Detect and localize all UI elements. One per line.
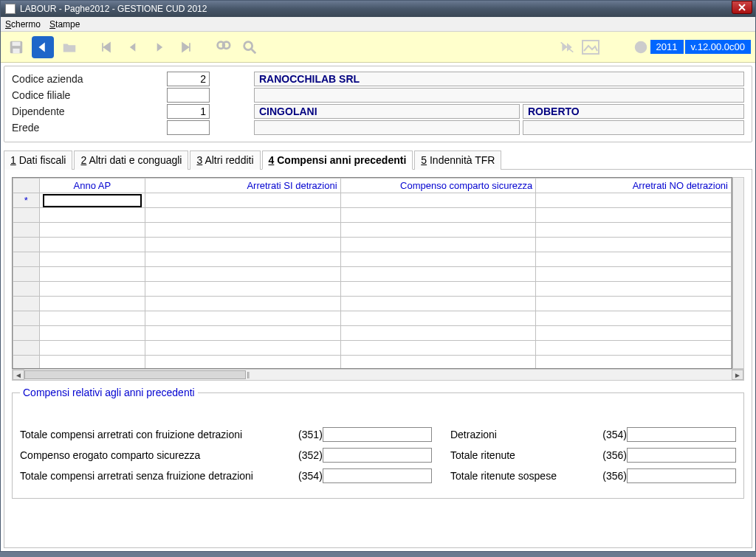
image-icon[interactable] [580,36,602,58]
col-arretrati-no[interactable]: Arretrati NO detrazioni [536,179,732,193]
row-header[interactable] [13,267,40,282]
grid-cell[interactable] [340,252,536,267]
row-header[interactable] [13,297,40,311]
grid-cell[interactable] [340,341,536,356]
grid-vscroll[interactable] [732,177,744,369]
row-header[interactable] [13,311,40,326]
tab-dati-fiscali[interactable]: 1 Dati fiscali [4,151,72,170]
erede-input[interactable] [167,120,210,135]
grid-cell[interactable] [340,311,536,326]
grid[interactable]: Anno AP Arretrati SI detrazioni Compenso… [12,177,732,369]
grid-cell[interactable] [536,341,732,356]
tab-indennita-tfr[interactable]: 5 Indennità TFR [414,151,501,170]
tab-compensi-precedenti[interactable]: 4 Compensi anni precedenti [262,151,413,170]
first-icon[interactable] [95,36,117,58]
grid-cell[interactable] [536,223,732,238]
row-header[interactable] [13,341,40,356]
grid-cell[interactable] [340,223,536,238]
last-icon[interactable] [175,36,197,58]
grid-cell[interactable] [145,297,340,311]
grid-cell[interactable] [536,282,732,297]
menu-stampe[interactable]: Stampe [49,19,80,30]
grid-cell[interactable] [340,238,536,252]
scroll-left-icon[interactable]: ◄ [13,370,24,380]
dipendente-input[interactable] [167,104,210,119]
row-header[interactable] [13,252,40,267]
grid-cell[interactable] [145,223,340,238]
grid-cell[interactable] [536,326,732,341]
grid-cell[interactable] [145,356,340,370]
tot-row1-input2[interactable] [627,427,736,442]
codice-azienda-input[interactable] [167,72,210,86]
folder-icon[interactable] [58,36,80,58]
grid-cell[interactable] [39,311,145,326]
grid-cell[interactable] [39,297,145,311]
grid-cell[interactable] [39,193,145,208]
grid-cell[interactable] [536,193,732,208]
codice-filiale-input[interactable] [167,88,210,103]
grid-cell[interactable] [145,282,340,297]
back-icon[interactable] [32,36,54,58]
grid-cell[interactable] [39,341,145,356]
tot-row3-input2[interactable] [627,468,736,483]
grid-cell[interactable] [536,238,732,252]
grid-cell[interactable] [145,311,340,326]
grid-cell[interactable] [145,193,340,208]
tot-row2-input[interactable] [323,448,432,463]
grid-cell[interactable] [39,282,145,297]
grid-cell[interactable] [340,326,536,341]
grid-cell[interactable] [39,252,145,267]
grid-cell[interactable] [536,311,732,326]
tab-altri-redditi[interactable]: 3 Altri redditi [190,151,260,170]
row-header[interactable]: * [13,193,40,208]
grid-cell[interactable] [145,267,340,282]
grid-cell[interactable] [340,208,536,223]
grid-cell[interactable] [145,238,340,252]
tot-row1-input[interactable] [323,427,432,442]
scroll-right-icon[interactable]: ► [732,370,743,380]
tot-row2-input2[interactable] [627,448,736,463]
save-icon[interactable] [5,36,27,58]
grid-cell[interactable] [39,356,145,370]
grid-cell[interactable] [39,267,145,282]
grid-cell[interactable] [340,193,536,208]
grid-cell[interactable] [39,223,145,238]
grid-cell[interactable] [39,238,145,252]
skip-icon[interactable] [556,36,578,58]
prev-icon[interactable] [122,36,144,58]
grid-cell[interactable] [536,297,732,311]
grid-cell[interactable] [536,208,732,223]
grid-edit-input[interactable] [43,194,142,207]
menu-schermo[interactable]: SSchermochermo [5,19,41,30]
tot-row3-input[interactable] [323,468,432,483]
scroll-thumb[interactable] [24,370,246,379]
grid-cell[interactable] [39,208,145,223]
row-header[interactable] [13,208,40,223]
close-button[interactable] [732,1,752,14]
col-anno[interactable]: Anno AP [39,179,145,193]
row-header[interactable] [13,326,40,341]
grid-cell[interactable] [536,267,732,282]
row-header[interactable] [13,238,40,252]
grid-cell[interactable] [340,267,536,282]
grid-cell[interactable] [39,326,145,341]
row-header[interactable] [13,223,40,238]
tab-altri-dati[interactable]: 2 Altri dati e conguagli [74,151,188,170]
grid-cell[interactable] [536,252,732,267]
zoom-icon[interactable] [238,36,261,58]
search-icon[interactable] [212,36,234,58]
grid-cell[interactable] [536,356,732,370]
grid-cell[interactable] [145,341,340,356]
grid-cell[interactable] [145,326,340,341]
grid-cell[interactable] [145,208,340,223]
grid-cell[interactable] [340,297,536,311]
col-arretrati-si[interactable]: Arretrati SI detrazioni [145,179,340,193]
row-header[interactable] [13,282,40,297]
grid-cell[interactable] [145,252,340,267]
row-header[interactable] [13,356,40,370]
grid-hscroll[interactable]: ◄ ‖ ► [12,369,744,381]
next-icon[interactable] [148,36,171,58]
grid-cell[interactable] [340,282,536,297]
col-compenso-sicurezza[interactable]: Compenso comparto sicurezza [340,179,536,193]
grid-cell[interactable] [340,356,536,370]
